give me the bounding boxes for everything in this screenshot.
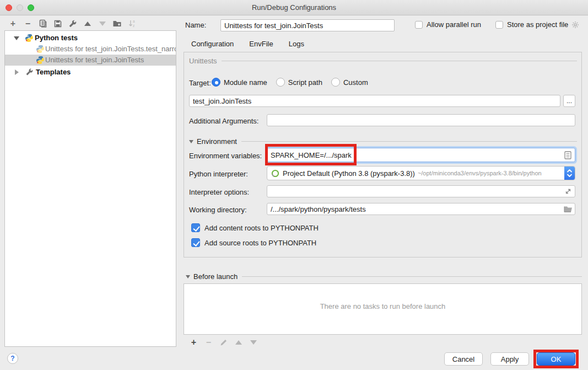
add-configuration-button[interactable]: + xyxy=(6,18,20,29)
copy-configuration-button[interactable] xyxy=(35,18,50,29)
radio-label: Module name xyxy=(224,78,267,87)
checkbox-unchecked-icon xyxy=(495,21,503,29)
plus-icon: + xyxy=(10,19,15,28)
tree-item-unittests-test-narrow[interactable]: Unittests for test_join.JoinTests.test_n… xyxy=(5,44,176,55)
move-down-button[interactable] xyxy=(95,18,110,29)
allow-parallel-run-checkbox[interactable]: Allow parallel run xyxy=(415,20,481,29)
configurations-toolbar: + − az xyxy=(6,18,139,29)
radio-icon xyxy=(276,78,285,87)
add-content-roots-checkbox[interactable]: Add content roots to PYTHONPATH xyxy=(191,223,319,232)
env-vars-value: SPARK_HOME=/.../spark xyxy=(271,151,352,159)
sort-alpha-icon: az xyxy=(128,19,137,28)
checkbox-label: Add source roots to PYTHONPATH xyxy=(204,239,316,247)
interpreter-options-input[interactable] xyxy=(267,185,575,197)
expand-field-icon[interactable] xyxy=(564,187,572,195)
svg-text:z: z xyxy=(133,24,134,28)
before-launch-empty-text: There are no tasks to run before launch xyxy=(184,302,581,310)
group-title: Before launch xyxy=(193,272,238,281)
radio-selected-icon xyxy=(212,78,220,87)
minus-icon: − xyxy=(25,19,30,28)
window-title: Run/Debug Configurations xyxy=(0,0,588,15)
before-launch-task-list[interactable]: There are no tasks to run before launch xyxy=(184,283,582,335)
browse-env-vars-icon[interactable] xyxy=(564,151,571,159)
collapse-triangle-icon[interactable] xyxy=(186,275,190,278)
edit-templates-button[interactable] xyxy=(65,18,80,29)
move-up-button[interactable] xyxy=(80,18,95,29)
templates-wrench-icon xyxy=(25,68,34,77)
target-radio-group: Module name Script path Custom xyxy=(212,78,377,87)
arrow-down-icon xyxy=(99,22,106,26)
additional-arguments-label: Additional Arguments: xyxy=(189,117,258,125)
pencil-icon xyxy=(220,339,228,346)
tree-item-label: Unittests for test_join.JoinTests.test_n… xyxy=(45,44,176,55)
name-input[interactable] xyxy=(220,19,395,31)
tree-item-label: Unittests for test_join.JoinTests xyxy=(45,55,144,66)
module-name-input[interactable] xyxy=(189,95,560,107)
checkbox-checked-icon xyxy=(191,223,200,232)
checkbox-checked-icon xyxy=(191,238,200,247)
checkbox-label: Allow parallel run xyxy=(427,20,481,29)
radio-module-name[interactable]: Module name xyxy=(212,78,267,87)
target-label: Target: xyxy=(189,79,211,87)
collapse-triangle-icon[interactable] xyxy=(189,140,193,143)
gear-icon[interactable] xyxy=(571,21,579,29)
add-task-button[interactable]: + xyxy=(186,337,201,348)
working-directory-input[interactable] xyxy=(267,203,575,215)
group-title: Unittests xyxy=(189,57,217,65)
copy-icon xyxy=(39,19,47,28)
chevron-right-icon[interactable] xyxy=(15,69,19,75)
remove-task-button[interactable]: − xyxy=(201,337,216,348)
python-test-icon xyxy=(36,56,45,65)
browse-button[interactable]: ... xyxy=(563,95,575,107)
name-label: Name: xyxy=(185,21,206,29)
create-folder-button[interactable] xyxy=(110,18,125,29)
tree-item-unittests-jointests[interactable]: Unittests for test_join.JoinTests xyxy=(5,55,176,66)
edit-task-button[interactable] xyxy=(216,337,231,348)
ok-button[interactable]: OK xyxy=(537,352,575,366)
save-configuration-button[interactable] xyxy=(50,18,65,29)
tree-item-label: Python tests xyxy=(35,33,78,44)
checkbox-label: Store as project file xyxy=(507,20,568,29)
python-test-icon xyxy=(36,45,45,53)
additional-arguments-input[interactable] xyxy=(267,114,575,126)
chevron-down-icon[interactable] xyxy=(14,36,19,40)
tree-item-templates[interactable]: Templates xyxy=(5,67,176,78)
sort-configurations-button[interactable]: az xyxy=(125,18,139,29)
svg-text:a: a xyxy=(133,19,135,23)
radio-custom[interactable]: Custom xyxy=(331,78,368,87)
apply-button[interactable]: Apply xyxy=(490,352,529,366)
checkbox-label: Add content roots to PYTHONPATH xyxy=(204,224,319,232)
add-source-roots-checkbox[interactable]: Add source roots to PYTHONPATH xyxy=(191,238,316,247)
tree-item-label: Templates xyxy=(36,67,71,78)
conda-environment-icon xyxy=(271,169,279,178)
remove-configuration-button[interactable]: − xyxy=(20,18,35,29)
tree-item-python-tests[interactable]: Python tests xyxy=(5,33,176,44)
cancel-button[interactable]: Cancel xyxy=(444,352,483,366)
interpreter-path: ~/opt/miniconda3/envs/pyspark-3.8/bin/py… xyxy=(418,170,542,176)
folder-icon[interactable] xyxy=(564,205,573,213)
move-task-up-button[interactable] xyxy=(231,337,246,348)
python-interpreter-select[interactable]: Project Default (Python 3.8 (pyspark-3.8… xyxy=(267,166,575,180)
radio-script-path[interactable]: Script path xyxy=(276,78,322,87)
arrow-up-icon xyxy=(84,22,91,26)
combo-stepper-icon[interactable] xyxy=(564,166,575,180)
environment-variables-input[interactable]: SPARK_HOME=/.../spark xyxy=(267,148,575,162)
move-task-down-button[interactable] xyxy=(246,337,261,348)
arrow-up-icon xyxy=(235,340,242,345)
environment-variables-label: Environment variables: xyxy=(189,152,262,160)
radio-label: Custom xyxy=(343,78,368,87)
plus-icon: + xyxy=(191,338,196,347)
checkbox-unchecked-icon xyxy=(415,21,423,29)
arrow-down-icon xyxy=(250,340,257,345)
new-folder-icon xyxy=(112,19,122,28)
help-button[interactable]: ? xyxy=(7,353,18,364)
unittests-group-header: Unittests xyxy=(189,57,577,65)
before-launch-header[interactable]: Before launch xyxy=(186,272,582,281)
before-launch-toolbar: + − xyxy=(186,337,261,348)
configurations-tree: Python tests Unittests for test_join.Joi… xyxy=(4,30,176,347)
environment-group-header[interactable]: Environment xyxy=(189,137,577,146)
wrench-icon xyxy=(68,19,77,28)
interpreter-value: Project Default (Python 3.8 (pyspark-3.8… xyxy=(283,169,415,178)
store-as-project-file-checkbox[interactable]: Store as project file xyxy=(495,20,579,29)
interpreter-options-label: Interpreter options: xyxy=(189,188,249,196)
